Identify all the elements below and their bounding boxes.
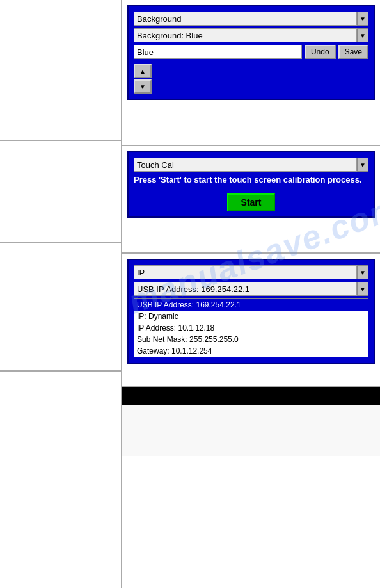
ip-dropdown-row: USB IP Address: 169.254.22.1 ▼	[134, 282, 368, 296]
left-section-background	[0, 0, 121, 141]
background-color-input[interactable]	[134, 45, 302, 59]
touchcal-section: Touch Cal ▼ Press 'Start' to start the t…	[122, 151, 380, 254]
ip-list-item[interactable]: IP: Dynamic	[134, 311, 368, 322]
touchcal-message: Press 'Start' to start the touch screen …	[134, 174, 368, 186]
save-button[interactable]: Save	[338, 45, 368, 59]
background-title-row: Background ▼	[134, 12, 368, 26]
left-section-touchcal	[0, 141, 121, 243]
touchcal-title: Touch Cal	[134, 158, 357, 172]
left-section-ip	[0, 243, 121, 372]
up-arrow-button[interactable]: ▲	[134, 64, 152, 78]
undo-button[interactable]: Undo	[305, 45, 336, 59]
ip-dropdown-value: USB IP Address: 169.254.22.1	[134, 282, 357, 296]
ip-dropdown-arrow[interactable]: ▼	[357, 282, 368, 296]
ip-title-row: IP ▼	[134, 265, 368, 279]
background-subtitle-dropdown-arrow[interactable]: ▼	[357, 28, 368, 42]
background-title: Background	[134, 12, 357, 26]
arrow-button-group: ▲ ▼	[134, 64, 368, 94]
background-subtitle-row: Background: Blue ▼	[134, 28, 368, 42]
ip-list-item[interactable]: USB IP Address: 169.254.22.1	[134, 299, 368, 311]
touchcal-panel: Touch Cal ▼ Press 'Start' to start the t…	[127, 151, 375, 218]
ip-title-dropdown-arrow[interactable]: ▼	[357, 265, 368, 279]
ip-list: USB IP Address: 169.254.22.1 IP: Dynamic…	[134, 298, 368, 357]
bottom-section	[122, 387, 380, 456]
right-column: manualsave.com Background ▼ Background: …	[122, 0, 380, 588]
background-title-dropdown-arrow[interactable]: ▼	[357, 12, 368, 26]
page-layout: manualsave.com Background ▼ Background: …	[0, 0, 380, 588]
left-column	[0, 0, 122, 588]
background-subtitle: Background: Blue	[134, 28, 357, 42]
bottom-footer	[122, 405, 380, 456]
ip-panel: IP ▼ USB IP Address: 169.254.22.1 ▼ USB …	[127, 259, 375, 364]
touchcal-title-dropdown-arrow[interactable]: ▼	[357, 158, 368, 172]
touchcal-title-row: Touch Cal ▼	[134, 158, 368, 172]
black-bar	[122, 387, 380, 405]
down-arrow-button[interactable]: ▼	[134, 79, 152, 94]
start-button[interactable]: Start	[227, 193, 276, 211]
background-panel: Background ▼ Background: Blue ▼ Undo Sav…	[127, 5, 375, 100]
ip-list-item[interactable]: Gateway: 10.1.12.254	[134, 345, 368, 357]
ip-title: IP	[134, 265, 357, 279]
ip-section: IP ▼ USB IP Address: 169.254.22.1 ▼ USB …	[122, 259, 380, 387]
background-input-row: Undo Save	[134, 45, 368, 59]
ip-list-item[interactable]: IP Address: 10.1.12.18	[134, 322, 368, 334]
ip-list-item[interactable]: Sub Net Mask: 255.255.255.0	[134, 334, 368, 345]
background-section: Background ▼ Background: Blue ▼ Undo Sav…	[122, 5, 380, 146]
